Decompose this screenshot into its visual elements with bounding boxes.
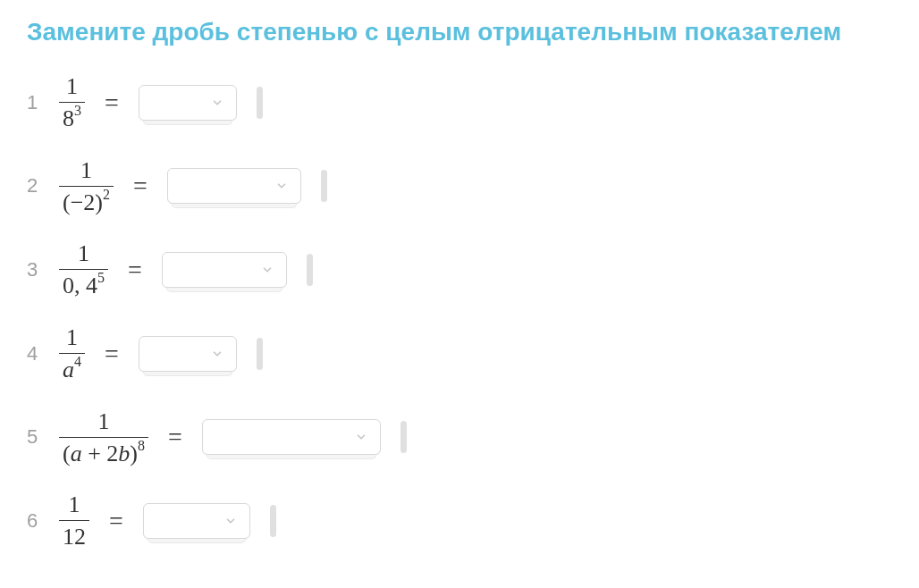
- denominator: (−2)2: [59, 186, 114, 216]
- status-indicator: [270, 505, 276, 537]
- problem-row: 6 1 12 =: [27, 491, 892, 550]
- status-indicator: [400, 421, 407, 453]
- numerator: 1: [74, 240, 93, 269]
- denominator: 0, 45: [59, 269, 108, 299]
- answer-dropdown[interactable]: [139, 85, 237, 121]
- chevron-down-icon: [261, 264, 274, 276]
- denom-var1: a: [71, 440, 82, 466]
- fraction: 1 0, 45: [59, 240, 108, 299]
- numerator: 1: [65, 491, 84, 520]
- problem-number: 5: [27, 425, 45, 449]
- fraction: 1 (−2)2: [59, 157, 114, 216]
- denominator-base: 8: [63, 105, 74, 131]
- equals-sign: =: [105, 88, 119, 117]
- problem-number: 3: [27, 258, 45, 281]
- chevron-down-icon: [224, 515, 237, 527]
- problem-row: 4 1 a4 =: [27, 324, 892, 383]
- fraction: 1 83: [59, 73, 85, 132]
- denominator-exp: 5: [97, 270, 105, 285]
- denominator: a4: [59, 353, 85, 383]
- equals-sign: =: [105, 340, 119, 368]
- numerator: 1: [63, 324, 81, 353]
- chevron-down-icon: [211, 97, 223, 109]
- numerator: 1: [95, 408, 114, 437]
- problem-number: 4: [27, 342, 45, 365]
- denominator-exp: 2: [103, 187, 110, 202]
- equals-sign: =: [168, 423, 182, 451]
- denominator: 83: [59, 102, 85, 132]
- problem-row: 5 1 (a + 2b)8 =: [27, 408, 892, 467]
- denominator: (a + 2b)8: [59, 437, 148, 467]
- denom-close: ): [130, 440, 138, 466]
- problem-row: 3 1 0, 45 =: [27, 240, 892, 299]
- status-indicator: [307, 254, 313, 286]
- denom-var2: b: [118, 440, 130, 466]
- page-title: Замените дробь степенью с целым отрицате…: [27, 18, 892, 46]
- fraction: 1 a4: [59, 324, 85, 383]
- numerator: 1: [63, 73, 81, 102]
- problem-number: 1: [27, 91, 45, 114]
- chevron-down-icon: [211, 348, 223, 360]
- chevron-down-icon: [355, 431, 367, 443]
- numerator: 1: [77, 157, 96, 186]
- denominator-exp: 3: [74, 103, 81, 118]
- status-indicator: [257, 338, 263, 370]
- fraction: 1 (a + 2b)8: [59, 408, 148, 467]
- denominator-base: 12: [63, 524, 86, 550]
- problem-list: 1 1 83 = 2 1 (−2)2 =: [27, 73, 892, 550]
- denominator-base: a: [63, 357, 74, 382]
- status-indicator: [321, 170, 327, 202]
- denominator-base: (−2): [63, 189, 103, 214]
- problem-row: 1 1 83 =: [27, 73, 892, 132]
- denominator-exp: 8: [138, 438, 145, 453]
- denom-open: (: [63, 440, 71, 466]
- equals-sign: =: [128, 256, 142, 284]
- fraction: 1 12: [59, 491, 89, 550]
- equals-sign: =: [133, 172, 148, 200]
- denom-mid: + 2: [82, 440, 119, 466]
- problem-number: 6: [27, 509, 45, 533]
- denominator: 12: [59, 520, 89, 550]
- problem-number: 2: [27, 174, 45, 197]
- answer-dropdown[interactable]: [139, 336, 237, 372]
- status-indicator: [257, 87, 263, 119]
- answer-dropdown[interactable]: [167, 168, 301, 204]
- answer-dropdown[interactable]: [143, 503, 250, 539]
- equals-sign: =: [109, 507, 123, 535]
- answer-dropdown[interactable]: [202, 419, 381, 455]
- chevron-down-icon: [275, 180, 288, 192]
- answer-dropdown[interactable]: [162, 252, 287, 288]
- denominator-exp: 4: [74, 354, 81, 369]
- problem-row: 2 1 (−2)2 =: [27, 157, 892, 216]
- denominator-base: 0, 4: [63, 273, 97, 298]
